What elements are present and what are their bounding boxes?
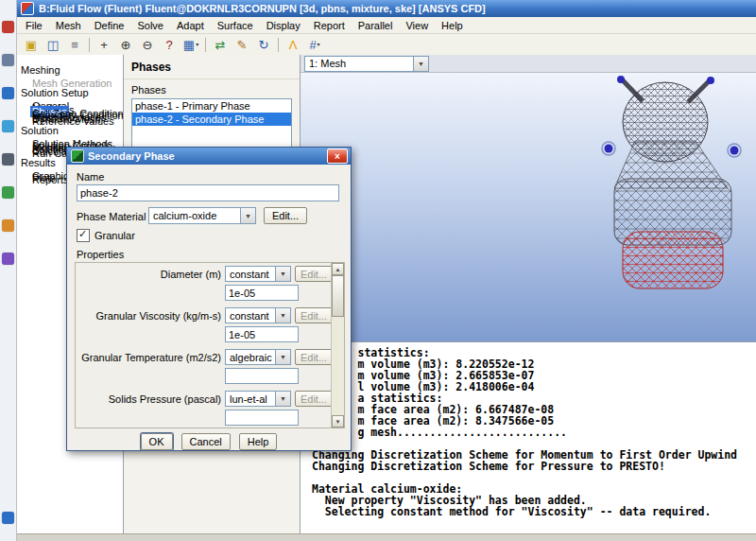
menu-help[interactable]: Help xyxy=(435,19,470,32)
granular-temperature-m2-s2--edit-button[interactable]: Edit... xyxy=(295,349,331,365)
menu-adapt[interactable]: Adapt xyxy=(170,19,211,32)
taskbar-app-icon-9[interactable] xyxy=(2,512,14,524)
tree-section-meshing: Meshing xyxy=(17,62,123,77)
chevron-down-icon[interactable] xyxy=(275,392,290,406)
solids-pressure-pascal--edit-button[interactable]: Edit... xyxy=(295,391,331,407)
tree-item-boundary-conditions[interactable]: Boundary Conditions xyxy=(17,109,123,111)
granular-viscosity-kg-m-s--value-input[interactable] xyxy=(225,326,299,342)
tree-item-reference-values[interactable]: Reference Values xyxy=(17,114,123,116)
scrollbar-thumb[interactable] xyxy=(332,275,344,317)
zoom-out-icon[interactable]: ⊖ xyxy=(137,35,158,54)
help-button[interactable]: Help xyxy=(239,433,278,450)
tree-item-cell-zone-conditions[interactable]: Cell Zone Conditions xyxy=(17,107,123,109)
diameter-m--value-input[interactable] xyxy=(225,285,299,301)
secondary-phase-dialog: Secondary Phase Name Phase Material calc… xyxy=(66,147,352,451)
mesh-viewport[interactable] xyxy=(301,73,756,341)
close-icon[interactable] xyxy=(327,148,348,164)
solids-pressure-pascal--value-input[interactable] xyxy=(225,410,299,426)
scroll-up-icon[interactable] xyxy=(332,263,344,275)
console-output[interactable]: statistics: m volume (m3): 8.220552e-12 … xyxy=(301,341,756,534)
property-row-diameter-m-: Diameter (m)constantEdit... xyxy=(79,265,331,306)
taskbar-app-icon-8[interactable] xyxy=(2,253,14,265)
menu-report[interactable]: Report xyxy=(307,19,352,32)
dialog-title: Secondary Phase xyxy=(88,150,323,162)
tree-item-solution-controls[interactable]: Solution Controls xyxy=(17,139,123,141)
view-selector[interactable]: 1: Mesh xyxy=(304,56,429,72)
chevron-down-icon[interactable] xyxy=(240,208,255,223)
scroll-down-icon[interactable] xyxy=(332,415,344,428)
granular-label: Granular xyxy=(94,230,135,241)
phase-material-label: Phase Material xyxy=(77,211,146,222)
print-icon[interactable]: ≡ xyxy=(64,35,85,54)
diameter-m--edit-button[interactable]: Edit... xyxy=(295,266,331,282)
title-bar[interactable]: B:Fluid Flow (Fluent) Fluent@DOKRNLR3COR… xyxy=(17,0,756,17)
taskbar-app-icon-1[interactable] xyxy=(2,21,14,33)
list-item[interactable]: phase-1 - Primary Phase xyxy=(132,99,291,113)
chevron-down-icon[interactable] xyxy=(275,350,290,364)
chevron-down-icon[interactable] xyxy=(275,308,290,323)
menu-file[interactable]: File xyxy=(19,19,49,32)
menu-bar: FileMeshDefineSolveAdaptSurfaceDisplayRe… xyxy=(17,17,756,34)
properties-scrollbar[interactable] xyxy=(331,263,344,428)
mesh-render xyxy=(301,73,756,341)
property-row-solids-pressure-pascal-: Solids Pressure (pascal)lun-et-alEdit... xyxy=(79,390,331,428)
menu-parallel[interactable]: Parallel xyxy=(352,19,400,32)
granular-viscosity-kg-m-s--edit-button[interactable]: Edit... xyxy=(295,307,331,323)
menu-mesh[interactable]: Mesh xyxy=(49,19,88,32)
menu-define[interactable]: Define xyxy=(88,19,131,32)
menu-surface[interactable]: Surface xyxy=(211,19,260,32)
menu-view[interactable]: View xyxy=(399,19,435,32)
window-title: B:Fluid Flow (Fluent) Fluent@DOKRNLR3COR… xyxy=(39,3,486,14)
edit-icon[interactable]: ✎ xyxy=(232,35,252,54)
tree-item-mesh-interfaces[interactable]: Mesh Interfaces xyxy=(17,111,123,113)
taskbar-app-icon-6[interactable] xyxy=(2,186,14,199)
ok-button[interactable]: OK xyxy=(141,433,173,450)
granular-viscosity-kg-m-s--method-combo[interactable]: constant xyxy=(225,307,291,323)
graphics-area: 1: Mesh xyxy=(301,55,756,534)
solids-pressure-pascal--method-combo[interactable]: lun-et-al xyxy=(225,391,291,407)
diameter-m--method-combo[interactable]: constant xyxy=(225,266,291,282)
dialog-body: Name Phase Material calcium-oxide Edit..… xyxy=(67,165,351,450)
refresh-icon[interactable]: ↻ xyxy=(253,35,274,54)
graphics-toolbar: 1: Mesh xyxy=(301,55,756,73)
cancel-button[interactable]: Cancel xyxy=(181,433,231,450)
menu-solve[interactable]: Solve xyxy=(130,19,170,32)
dialog-icon xyxy=(71,149,84,163)
granular-temperature-m2-s2--value-input[interactable] xyxy=(225,368,299,384)
chevron-down-icon[interactable] xyxy=(413,57,428,71)
hex-grid-icon[interactable]: #▾ xyxy=(304,35,325,54)
tool-bar: ▣◫≡+⊕⊖?▦▾⇄✎↻Λ#▾ xyxy=(17,34,756,56)
save-icon[interactable]: ◫ xyxy=(43,35,63,54)
phase-material-edit-button[interactable]: Edit... xyxy=(264,207,307,224)
swap-views-icon[interactable]: ⇄ xyxy=(210,35,231,54)
granular-checkbox-row[interactable]: Granular xyxy=(77,229,135,242)
open-icon[interactable]: ▣ xyxy=(21,35,42,54)
granular-checkbox[interactable] xyxy=(77,229,90,242)
granular-temperature-m2-s2--method-combo[interactable]: algebraic xyxy=(225,349,291,365)
probe-icon[interactable]: ? xyxy=(159,35,180,54)
tree-item-solution-methods[interactable]: Solution Methods xyxy=(17,137,123,139)
menu-display[interactable]: Display xyxy=(260,19,307,32)
toolbar-separator xyxy=(205,38,206,52)
properties-label: Properties xyxy=(77,249,124,260)
dialog-buttons: OK Cancel Help xyxy=(67,433,351,450)
chevron-down-icon[interactable] xyxy=(275,267,290,281)
taskbar-app-icon-4[interactable] xyxy=(2,120,14,132)
pan-icon[interactable]: + xyxy=(94,35,114,54)
zoom-in-icon[interactable]: ⊕ xyxy=(115,35,136,54)
solids-pressure-pascal--label: Solids Pressure (pascal) xyxy=(79,393,221,405)
tree-item-mesh-generation[interactable]: Mesh Generation xyxy=(17,77,123,79)
display-options-icon[interactable]: ▦▾ xyxy=(180,35,201,54)
dialog-title-bar[interactable]: Secondary Phase xyxy=(67,148,351,165)
console-line: Changing Discretization Scheme for Press… xyxy=(312,461,756,472)
tree-item-solution-initialization[interactable]: Solution Initialization xyxy=(17,143,123,145)
taskbar-app-icon-3[interactable] xyxy=(2,87,14,99)
name-input[interactable] xyxy=(77,184,339,201)
phase-material-combo[interactable]: calcium-oxide xyxy=(148,207,256,224)
list-item[interactable]: phase-2 - Secondary Phase xyxy=(132,113,291,126)
taskbar-app-icon-7[interactable] xyxy=(2,219,14,232)
console-line: Selecting constant method for "Viscosity… xyxy=(312,506,756,517)
taskbar-app-icon-5[interactable] xyxy=(2,153,14,166)
taskbar-app-icon-2[interactable] xyxy=(2,54,14,66)
ansys-logo-icon[interactable]: Λ xyxy=(283,35,303,54)
